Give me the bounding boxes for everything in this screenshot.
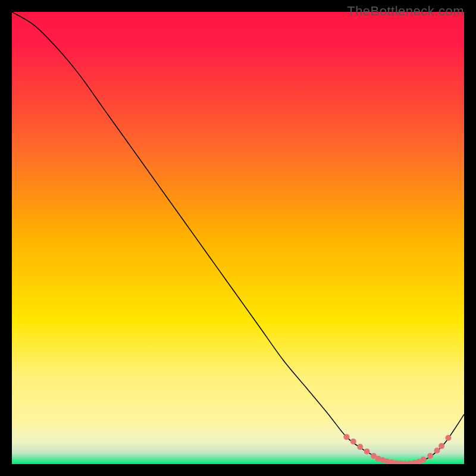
watermark-text: TheBottleneck.com bbox=[347, 4, 464, 19]
marker-dot bbox=[427, 453, 433, 459]
marker-dot bbox=[357, 444, 363, 450]
marker-dot bbox=[439, 443, 444, 449]
marker-dot bbox=[364, 449, 370, 455]
marker-dot bbox=[445, 435, 451, 441]
curve-layer bbox=[12, 12, 464, 464]
marker-dot bbox=[343, 434, 349, 440]
plot-area bbox=[12, 12, 464, 464]
marker-dot bbox=[434, 447, 440, 453]
marker-dot bbox=[421, 456, 427, 462]
marker-dot bbox=[350, 439, 356, 444]
highlight-dots bbox=[343, 434, 451, 464]
bottleneck-curve bbox=[12, 12, 464, 464]
